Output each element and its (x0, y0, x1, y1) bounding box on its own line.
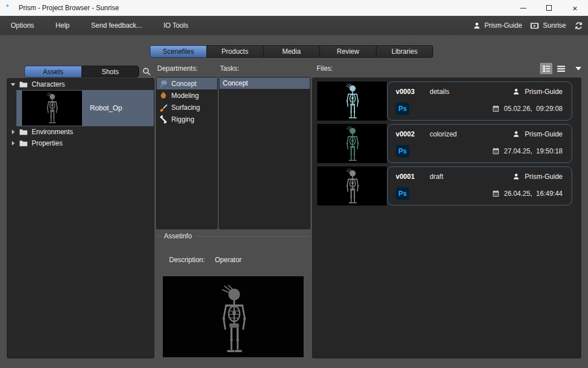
date-value: 26.04.25, (504, 190, 532, 198)
current-project-name: Sunrise (543, 22, 566, 29)
user-name: Prism-Guide (525, 88, 563, 96)
tab-libraries[interactable]: Libraries (376, 45, 433, 58)
tab-media[interactable]: Media (263, 45, 320, 58)
menubar-right: Prism-Guide Sunrise (473, 16, 583, 35)
prism-logo-icon (5, 3, 14, 12)
task-item-concept[interactable]: Concept (219, 78, 310, 89)
time-value: 16:49:44 (536, 190, 563, 198)
menu-send-feedback[interactable]: Send feedback... (80, 16, 153, 35)
time-value: 19:50:18 (536, 147, 563, 155)
department-item-modeling[interactable]: Modeling (157, 89, 217, 101)
date-value: 05.02.26, (504, 105, 532, 113)
robot-thumbnail-image (341, 126, 363, 162)
file-card-v0003[interactable]: v0003 details Prism-Guide Ps 05.02.26, 0… (317, 82, 572, 121)
user-name: Prism-Guide (525, 173, 563, 181)
asset-thumbnail (22, 91, 82, 126)
tab-review[interactable]: Review (319, 45, 377, 58)
refresh-icon[interactable] (574, 21, 583, 31)
caret-right-icon[interactable] (11, 129, 16, 135)
caret-down-icon[interactable] (11, 82, 16, 87)
menubar: Options Help Send feedback... IO Tools P… (0, 16, 588, 35)
department-label: Concept (171, 80, 197, 88)
project-browser-window: Prism - Project Browser - Sunrise × Opti… (0, 0, 588, 368)
file-card-v0002[interactable]: v0002 colorized Prism-Guide Ps 27.04.25,… (317, 124, 572, 163)
tree-item-environments[interactable]: Environments (7, 126, 154, 138)
tab-assets[interactable]: Assets (24, 66, 82, 78)
view-toggles (540, 63, 583, 74)
assetinfo-group: Assetinfo Description: Operator (157, 232, 310, 358)
entity-tabbar: Assets Shots (24, 66, 140, 78)
department-label: Surfacing (171, 104, 200, 112)
assetinfo-legend: Assetinfo (157, 232, 310, 240)
titlebar: Prism - Project Browser - Sunrise × (0, 0, 588, 16)
department-item-rigging[interactable]: Rigging (157, 113, 217, 125)
photoshop-badge: Ps (396, 102, 409, 115)
files-header: Files: (317, 65, 333, 72)
detailed-list-view-button[interactable] (540, 63, 552, 74)
simple-list-view-button[interactable] (555, 63, 567, 74)
file-thumbnail[interactable] (317, 166, 387, 206)
clay-pot-icon (159, 91, 168, 100)
tasks-header: Tasks: (220, 65, 239, 72)
window-controls: × (510, 0, 588, 16)
file-thumbnail[interactable] (317, 124, 387, 163)
minimize-button[interactable] (510, 0, 536, 16)
current-project-button[interactable]: Sunrise (530, 21, 566, 31)
user-icon (512, 173, 520, 181)
department-item-surfacing[interactable]: Surfacing (157, 101, 217, 113)
folder-icon (19, 81, 28, 88)
divider (157, 236, 161, 237)
search-icon[interactable] (142, 67, 151, 76)
file-info[interactable]: v0001 draft Prism-Guide Ps 26.04.25, 16:… (387, 166, 572, 206)
tree-item-properties[interactable]: Properties (7, 138, 154, 149)
user-icon (512, 130, 520, 138)
file-info-top-row: v0002 colorized Prism-Guide (396, 130, 563, 138)
robot-preview-image (213, 285, 254, 354)
file-user: Prism-Guide (512, 88, 563, 96)
tab-products[interactable]: Products (206, 45, 263, 58)
current-user-button[interactable]: Prism-Guide (473, 22, 522, 30)
tree-item-label: Properties (32, 139, 63, 147)
file-thumbnail[interactable] (317, 82, 387, 121)
file-card-v0001[interactable]: v0001 draft Prism-Guide Ps 26.04.25, 16:… (317, 166, 572, 206)
file-info-top-row: v0003 details Prism-Guide (396, 88, 563, 96)
project-film-icon (530, 21, 539, 31)
thought-bubble-icon (159, 79, 168, 88)
user-name: Prism-Guide (525, 130, 563, 138)
tree-item-characters[interactable]: Characters (7, 79, 154, 90)
description-label: Description: (169, 256, 205, 264)
version-label: v0003 (396, 88, 430, 96)
department-item-concept[interactable]: Concept (157, 78, 217, 89)
file-date: 05.02.26, 09:29:08 (492, 105, 563, 113)
calendar-icon (492, 105, 500, 113)
menu-options[interactable]: Options (0, 16, 45, 35)
tree-item-robot-op[interactable]: Robot_Op (16, 90, 154, 126)
version-label: v0001 (396, 173, 430, 181)
file-info[interactable]: v0002 colorized Prism-Guide Ps 27.04.25,… (387, 124, 572, 163)
file-date: 27.04.25, 19:50:18 (492, 147, 563, 155)
paintbrush-icon (159, 103, 168, 112)
user-icon (473, 22, 481, 30)
robot-thumbnail-image (341, 168, 363, 204)
file-info-top-row: v0001 draft Prism-Guide (396, 173, 563, 181)
tab-scenefiles[interactable]: Scenefiles (150, 45, 207, 58)
chevron-down-icon[interactable] (574, 64, 583, 73)
menu-help[interactable]: Help (45, 16, 80, 35)
file-info-bottom-row: Ps 26.04.25, 16:49:44 (396, 187, 563, 200)
maximize-button[interactable] (536, 0, 562, 16)
caret-right-icon[interactable] (11, 140, 16, 146)
window-title: Prism - Project Browser - Sunrise (19, 4, 119, 12)
tab-shots[interactable]: Shots (81, 66, 139, 78)
calendar-icon (492, 190, 500, 198)
close-button[interactable]: × (562, 0, 588, 16)
asset-tree-panel: Characters Robot_Op Environments Propert… (7, 78, 154, 358)
file-info[interactable]: v0003 details Prism-Guide Ps 05.02.26, 0… (387, 82, 572, 121)
photoshop-badge: Ps (396, 145, 409, 157)
departments-list: Concept Modeling Surfacing Rigging (156, 77, 218, 229)
divider (194, 236, 310, 237)
main-tabbar: Scenefiles Products Media Review Librari… (150, 45, 433, 58)
description-value: Operator (215, 256, 241, 264)
calendar-icon (492, 147, 500, 155)
menu-io-tools[interactable]: IO Tools (153, 16, 199, 35)
folder-icon (19, 140, 28, 147)
